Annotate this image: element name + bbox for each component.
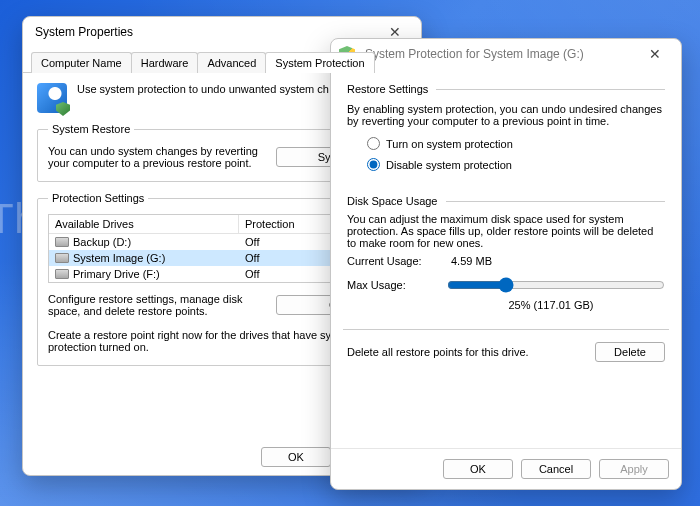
tab-hardware[interactable]: Hardware <box>131 52 199 73</box>
disk-usage-description: You can adjust the maximum disk space us… <box>347 213 665 249</box>
cancel-button[interactable]: Cancel <box>521 459 591 479</box>
close-icon[interactable]: ✕ <box>637 41 673 67</box>
window-title: System Protection for System Image (G:) <box>361 47 637 61</box>
restore-description: By enabling system protection, you can u… <box>347 103 665 127</box>
system-protection-icon <box>37 83 67 113</box>
group-legend: System Restore <box>48 123 134 135</box>
dialog-footer: OK Cancel Apply <box>331 448 681 489</box>
slider-value-text: 25% (117.01 GB) <box>437 299 665 311</box>
tab-advanced[interactable]: Advanced <box>197 52 266 73</box>
intro-text: Use system protection to undo unwanted s… <box>77 83 329 95</box>
configure-text: Configure restore settings, manage disk … <box>48 293 266 317</box>
drive-icon <box>55 269 69 279</box>
restore-text: You can undo system changes by reverting… <box>48 145 266 169</box>
current-usage-label: Current Usage: <box>347 255 437 267</box>
delete-description: Delete all restore points for this drive… <box>347 346 529 358</box>
ok-button[interactable]: OK <box>443 459 513 479</box>
radio-input-off[interactable] <box>367 158 380 171</box>
group-legend: Protection Settings <box>48 192 148 204</box>
tab-system-protection[interactable]: System Protection <box>265 52 374 73</box>
col-protection: Protection <box>239 215 327 233</box>
divider <box>436 89 665 90</box>
radio-turn-on[interactable]: Turn on system protection <box>367 137 665 150</box>
disk-usage-header: Disk Space Usage <box>347 195 438 207</box>
col-drives: Available Drives <box>49 215 239 233</box>
restore-settings-header: Restore Settings <box>347 83 428 95</box>
apply-button[interactable]: Apply <box>599 459 669 479</box>
drive-icon <box>55 253 69 263</box>
divider <box>446 201 666 202</box>
radio-input-on[interactable] <box>367 137 380 150</box>
window-title: System Properties <box>31 25 377 39</box>
current-usage-value: 4.59 MB <box>451 255 492 267</box>
titlebar[interactable]: System Protection for System Image (G:) … <box>331 39 681 69</box>
max-usage-label: Max Usage: <box>347 279 437 291</box>
ok-button[interactable]: OK <box>261 447 331 467</box>
system-protection-dialog: System Protection for System Image (G:) … <box>330 38 682 490</box>
divider <box>343 329 669 330</box>
drive-icon <box>55 237 69 247</box>
max-usage-slider[interactable] <box>447 275 665 295</box>
radio-disable[interactable]: Disable system protection <box>367 158 665 171</box>
delete-button[interactable]: Delete <box>595 342 665 362</box>
tab-computer-name[interactable]: Computer Name <box>31 52 132 73</box>
